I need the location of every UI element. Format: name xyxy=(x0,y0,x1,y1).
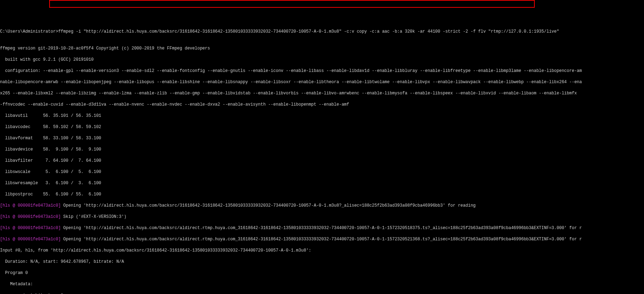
input-header: Input #0, hls, from 'http://aldirect.hls… xyxy=(0,248,644,253)
prompt-text: C:\Users\Administrator> xyxy=(0,29,58,34)
libavcodec: libavcodec 58. 59.102 / 58. 59.102 xyxy=(0,124,644,130)
libavdevice: libavdevice 58. 9.100 / 58. 9.100 xyxy=(0,147,644,152)
libavutil: libavutil 56. 35.101 / 56. 35.101 xyxy=(0,113,644,119)
hls-msg-2: Skip ('#EXT-X-VERSION:3') xyxy=(61,214,126,219)
libswresample: libswresample 3. 6.100 / 3. 6.100 xyxy=(0,180,644,186)
hls-tag-2: [hls @ 000001fe0473a1c0] xyxy=(0,214,61,219)
ffmpeg-command: ffmpeg -i "http://aldirect.hls.huya.com/… xyxy=(58,29,559,34)
configuration-2: nable-libopencore-amrwb --enable-libopen… xyxy=(0,79,644,85)
variant-bitrate-1: variant_bitrate : 1 xyxy=(0,293,644,294)
hls-tag-1: [hls @ 000001fe0473a1c0] xyxy=(0,203,61,208)
program-0: Program 0 xyxy=(0,270,644,276)
command-highlight-box xyxy=(49,0,535,8)
hls-msg-1: Opening 'http://aldirect.hls.huya.com/ba… xyxy=(61,203,476,208)
libswscale: libswscale 5. 6.100 / 5. 6.100 xyxy=(0,169,644,175)
libavformat: libavformat 58. 33.100 / 58. 33.100 xyxy=(0,135,644,141)
version-line: ffmpeg version git-2019-10-28-ac0f5f4 Co… xyxy=(0,46,644,51)
terminal-output: C:\Users\Administrator>ffmpeg -i "http:/… xyxy=(0,22,644,294)
hls-tag-4: [hls @ 000001fe0473a1c0] xyxy=(0,237,61,242)
built-with: built with gcc 9.2.1 (GCC) 20191010 xyxy=(0,57,644,62)
duration: Duration: N/A, start: 9642.678967, bitra… xyxy=(0,259,644,265)
metadata-1: Metadata: xyxy=(0,281,644,287)
configuration-4: -ffnvcodec --enable-cuvid --enable-d3d11… xyxy=(0,102,644,107)
libavfilter: libavfilter 7. 64.100 / 7. 64.100 xyxy=(0,158,644,163)
libpostproc: libpostproc 55. 6.100 / 55. 6.100 xyxy=(0,192,644,197)
hls-msg-4: Opening 'http://aldirect.hls.huya.com/ba… xyxy=(61,237,582,242)
configuration-1: configuration: --enable-gpl --enable-ver… xyxy=(0,68,644,74)
hls-tag-3: [hls @ 000001fe0473a1c0] xyxy=(0,226,61,230)
hls-msg-3: Opening 'http://aldirect.hls.huya.com/ba… xyxy=(61,226,582,230)
configuration-3: x265 --enable-libxml2 --enable-libzimg -… xyxy=(0,91,644,96)
